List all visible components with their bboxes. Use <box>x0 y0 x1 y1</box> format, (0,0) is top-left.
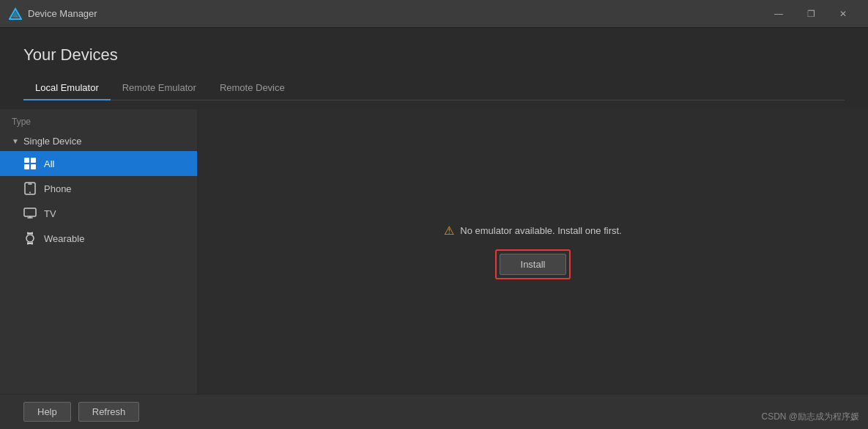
all-devices-icon <box>23 157 37 170</box>
sidebar-item-phone-label: Phone <box>44 183 72 194</box>
warning-message: ⚠ No emulator available. Install one fir… <box>444 224 621 238</box>
sidebar-item-phone[interactable]: Phone <box>0 176 197 201</box>
wearable-icon <box>23 232 37 245</box>
app-logo-icon <box>9 7 22 21</box>
title-bar-left: Device Manager <box>9 7 97 21</box>
tab-local-emulator[interactable]: Local Emulator <box>23 76 111 100</box>
install-button[interactable]: Install <box>500 254 567 275</box>
sidebar-item-all-label: All <box>44 158 54 169</box>
install-btn-wrapper: Install <box>495 249 571 279</box>
sidebar-item-tv[interactable]: TV <box>0 201 197 226</box>
svg-point-7 <box>29 192 31 194</box>
title-bar-controls: — ❐ ✕ <box>763 0 859 28</box>
svg-rect-2 <box>24 158 29 163</box>
warning-icon: ⚠ <box>444 224 454 238</box>
sidebar-type-header: Type <box>0 109 197 131</box>
svg-rect-5 <box>31 164 36 169</box>
tab-remote-emulator[interactable]: Remote Emulator <box>111 76 208 100</box>
tabs-bar: Local Emulator Remote Emulator Remote De… <box>23 76 845 100</box>
right-panel: ⚠ No emulator available. Install one fir… <box>198 109 868 394</box>
tab-remote-device[interactable]: Remote Device <box>208 76 297 100</box>
sidebar-item-wearable[interactable]: Wearable <box>0 226 197 251</box>
sidebar-section-label: Single Device <box>23 136 82 147</box>
sidebar-section-header[interactable]: ▼ Single Device <box>0 131 197 151</box>
sidebar-item-wearable-label: Wearable <box>44 233 84 244</box>
body-layout: Type ▼ Single Device All <box>0 109 868 394</box>
main-content: Your Devices Local Emulator Remote Emula… <box>0 28 868 429</box>
sidebar-item-all[interactable]: All <box>0 151 197 176</box>
app-title: Device Manager <box>28 8 97 19</box>
phone-icon <box>23 182 37 195</box>
minimize-button[interactable]: — <box>763 0 795 28</box>
footer: Help Refresh <box>0 394 868 429</box>
svg-rect-4 <box>24 164 29 169</box>
watermark: CSDN @励志成为程序媛 <box>761 411 859 423</box>
tv-icon <box>23 207 37 220</box>
sidebar-item-tv-label: TV <box>44 208 56 219</box>
close-button[interactable]: ✕ <box>827 0 859 28</box>
maximize-button[interactable]: ❐ <box>795 0 827 28</box>
refresh-button[interactable]: Refresh <box>78 402 140 422</box>
help-button[interactable]: Help <box>23 402 71 422</box>
svg-rect-9 <box>24 208 36 216</box>
page-header: Your Devices Local Emulator Remote Emula… <box>0 28 868 109</box>
chevron-down-icon: ▼ <box>12 137 19 145</box>
title-bar: Device Manager — ❐ ✕ <box>0 0 868 28</box>
svg-rect-3 <box>31 158 36 163</box>
svg-point-12 <box>26 235 34 242</box>
page-title: Your Devices <box>23 45 845 65</box>
sidebar: Type ▼ Single Device All <box>0 109 198 394</box>
warning-text: No emulator available. Install one first… <box>460 225 621 236</box>
